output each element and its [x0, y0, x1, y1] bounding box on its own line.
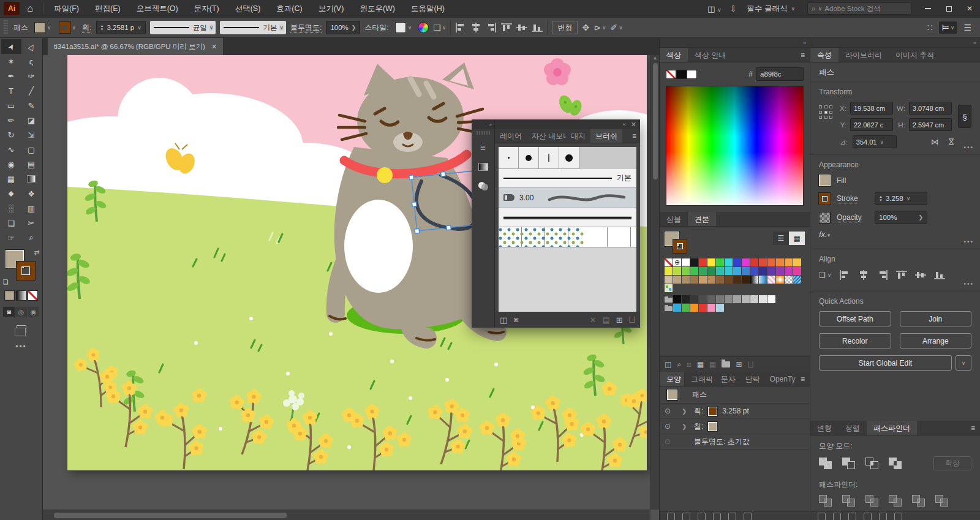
panel-menu-icon[interactable]: ≡: [796, 372, 810, 386]
swatch[interactable]: [776, 276, 784, 284]
draw-behind-button[interactable]: ◎: [15, 307, 27, 317]
delete-swatch-icon[interactable]: ⨆: [747, 360, 753, 369]
menu-list-icon[interactable]: ☰: [963, 23, 971, 32]
brush-item-pattern[interactable]: [499, 227, 636, 247]
swatch[interactable]: [742, 267, 750, 275]
opacity-field[interactable]: 100% ❯: [875, 211, 927, 224]
stroke-width-field[interactable]: ▲▼ 3.258 ∨: [875, 192, 927, 205]
tab-변형[interactable]: 변형: [810, 421, 839, 435]
swatch[interactable]: [682, 258, 690, 266]
tab-이미지 추적[interactable]: 이미지 추적: [889, 48, 941, 62]
swatch[interactable]: [682, 295, 690, 303]
slice-tool[interactable]: ✂: [21, 216, 42, 230]
trim-icon[interactable]: [842, 495, 857, 507]
transform-button[interactable]: 변형: [552, 21, 578, 34]
swatch[interactable]: [690, 295, 698, 303]
fill-color-picker[interactable]: ∨: [32, 21, 53, 34]
x-field[interactable]: 19.538 cm: [850, 102, 893, 115]
fill-swatch[interactable]: [819, 175, 831, 186]
stroke-color-picker[interactable]: ∨: [58, 21, 78, 34]
swatch[interactable]: [716, 295, 724, 303]
swatch[interactable]: [707, 304, 715, 312]
fill-stroke-indicator[interactable]: ⇄ ❏: [4, 250, 39, 282]
type-tool[interactable]: T: [1, 83, 21, 98]
h-field[interactable]: 2.5947 cm: [909, 118, 952, 131]
layout-icon[interactable]: ◫ ∨: [703, 4, 726, 13]
eye-icon[interactable]: ⊙: [665, 437, 677, 446]
width-tool[interactable]: ∿: [1, 142, 21, 157]
flip-horizontal-icon[interactable]: ⋈: [931, 137, 939, 146]
arrange-documents-icon[interactable]: ∷: [927, 23, 933, 32]
magic-wand-tool[interactable]: ✶: [1, 54, 21, 69]
swatch[interactable]: [716, 258, 724, 266]
stroke-swatch[interactable]: [819, 193, 831, 205]
restore-button[interactable]: [938, 0, 959, 17]
tab-모양[interactable]: 모양: [660, 372, 684, 386]
swatch[interactable]: [699, 304, 707, 312]
swatch[interactable]: [673, 258, 681, 266]
brush-options-icon[interactable]: ▤: [602, 315, 609, 325]
draw-inside-button[interactable]: ◉: [28, 307, 39, 317]
swatch[interactable]: [793, 267, 801, 275]
shape-properties-icon[interactable]: ✐∨: [611, 23, 623, 32]
swatch[interactable]: [699, 295, 707, 303]
tab-라이브러리[interactable]: 라이브러리: [839, 48, 889, 62]
align-to-dropdown[interactable]: ❏∨: [819, 271, 831, 279]
tab-레이어[interactable]: 레이어: [495, 129, 527, 143]
swatch[interactable]: [665, 276, 673, 284]
direct-selection-tool[interactable]: ▷: [21, 39, 42, 54]
swatch[interactable]: [759, 295, 767, 303]
line-segment-tool[interactable]: ╱: [21, 83, 42, 98]
swatch[interactable]: [673, 267, 681, 275]
close-tab-icon[interactable]: ✕: [211, 43, 217, 51]
stroke-color-indicator[interactable]: [17, 262, 35, 280]
scroll-up-icon[interactable]: ▲: [653, 55, 658, 61]
align-top-icon[interactable]: [501, 23, 512, 32]
menu-item[interactable]: 선택(S): [227, 0, 269, 17]
curvature-tool[interactable]: ✑: [21, 69, 42, 83]
minus-back-icon[interactable]: [935, 495, 950, 507]
brush-definition-dropdown[interactable]: 기본 ∨: [220, 21, 286, 34]
artboard-tool[interactable]: ❏: [1, 216, 21, 230]
swatch[interactable]: [793, 276, 801, 284]
flip-vertical-icon[interactable]: ⋈: [947, 138, 956, 146]
align-h-center-icon[interactable]: [858, 270, 869, 280]
swatch[interactable]: [716, 267, 724, 275]
swatch[interactable]: [707, 276, 715, 284]
style-picker[interactable]: ∨: [393, 21, 414, 34]
swatch[interactable]: [767, 276, 775, 284]
align-left-icon[interactable]: [839, 270, 850, 280]
transparency-panel-icon[interactable]: [475, 178, 492, 195]
swatch[interactable]: [742, 295, 750, 303]
arrange-button[interactable]: Arrange: [900, 333, 972, 349]
fill-row[interactable]: Fill: [819, 175, 971, 186]
swatch[interactable]: [733, 276, 741, 284]
align-v-center-icon[interactable]: [516, 23, 527, 32]
swatch[interactable]: [690, 276, 698, 284]
fill-swatch[interactable]: [708, 422, 717, 431]
more-options-icon[interactable]: •••: [963, 238, 974, 245]
swatch[interactable]: [776, 258, 784, 266]
themes-icon[interactable]: ⌕: [677, 360, 681, 369]
stepper-icons[interactable]: ▲▼: [100, 24, 104, 31]
swatch[interactable]: [673, 304, 681, 312]
swatch[interactable]: [767, 258, 775, 266]
swatch[interactable]: [725, 258, 733, 266]
tab-문자[interactable]: 문자: [714, 372, 739, 386]
tab-자산 내보내기[interactable]: 자산 내보내기: [527, 129, 566, 143]
opacity-field[interactable]: 100% ❯: [326, 21, 360, 34]
align-left-icon[interactable]: [455, 23, 466, 32]
appearance-object-row[interactable]: 패스: [660, 386, 810, 404]
align-h-center-icon[interactable]: [470, 23, 481, 32]
swatch[interactable]: [733, 267, 741, 275]
align-bottom-icon[interactable]: [934, 270, 945, 280]
swatch[interactable]: [750, 258, 758, 266]
swatch[interactable]: [665, 284, 673, 292]
constrain-proportions-icon[interactable]: §: [958, 105, 971, 128]
tab-패스파인더[interactable]: 패스파인더: [867, 421, 917, 435]
scrollbar-thumb[interactable]: [54, 513, 287, 518]
recolor-artwork-icon[interactable]: [418, 22, 429, 33]
tab-그래픽[interactable]: 그래픽: [684, 372, 714, 386]
tab-색상[interactable]: 색상: [660, 48, 688, 62]
expand-button[interactable]: 확장: [933, 456, 971, 470]
